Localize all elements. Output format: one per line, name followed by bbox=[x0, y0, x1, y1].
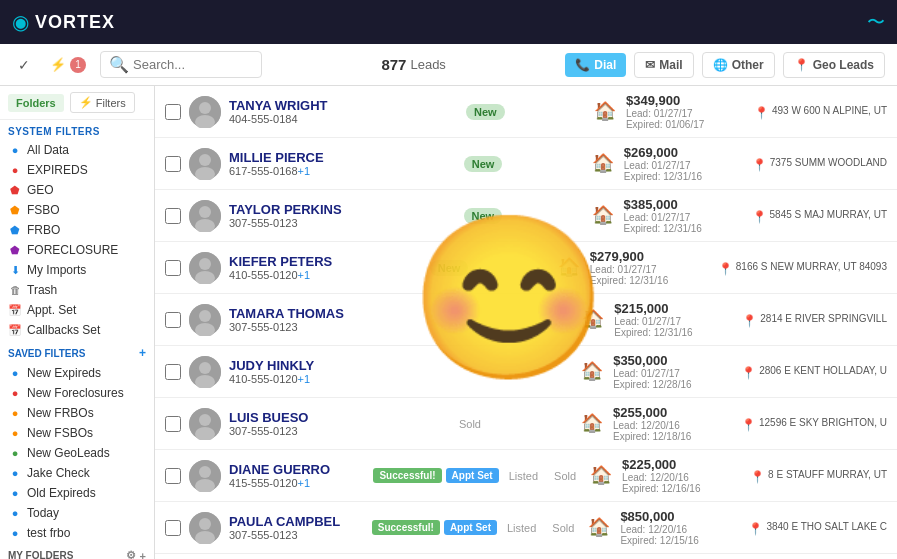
sidebar-item[interactable]: ● New Foreclosures bbox=[0, 383, 154, 403]
sidebar-item[interactable]: 📅 Callbacks Set bbox=[0, 320, 154, 340]
lead-dates: Lead: 01/27/17Expired: 12/28/16 bbox=[613, 368, 733, 390]
dial-button[interactable]: 📞 Dial bbox=[565, 53, 626, 77]
filter-funnel-icon: ⚡ bbox=[79, 96, 93, 109]
sidebar-item[interactable]: ● test frbo bbox=[0, 523, 154, 543]
table-row[interactable]: CEL MARTINEZ 410-555-0120+1 Successful! … bbox=[155, 554, 897, 559]
lead-phone: 617-555-0168+1 bbox=[229, 165, 456, 177]
sidebar-item[interactable]: ⬟ FRBO bbox=[0, 220, 154, 240]
table-row[interactable]: JUDY HINKLY 410-555-0120+1 🏠 $350,000 Le… bbox=[155, 346, 897, 398]
lead-price-info: $225,000 Lead: 12/20/16Expired: 12/16/16 bbox=[622, 457, 742, 494]
logo[interactable]: ◉ VORTEX bbox=[12, 10, 115, 34]
lead-name: MILLIE PIERCE bbox=[229, 150, 456, 165]
sidebar-item[interactable]: ● Jake Check bbox=[0, 463, 154, 483]
table-row[interactable]: LUIS BUESO 307-555-0123 Sold 🏠 $255,000 … bbox=[155, 398, 897, 450]
home-type-icon: 🏠 bbox=[588, 516, 612, 540]
main: Folders ⚡ Filters SYSTEM FILTERS ● All D… bbox=[0, 86, 897, 559]
mail-button[interactable]: ✉ Mail bbox=[634, 52, 693, 78]
location-text: 2814 E RIVER SPRINGVILL bbox=[760, 312, 887, 326]
lead-name: TANYA WRIGHT bbox=[229, 98, 458, 113]
all-data-icon: ● bbox=[8, 144, 22, 156]
callbacks-icon: 📅 bbox=[8, 324, 22, 337]
check-button[interactable]: ✓ bbox=[12, 53, 36, 77]
table-row[interactable]: TANYA WRIGHT 404-555-0184 New 🏠 $349,900… bbox=[155, 86, 897, 138]
svg-point-13 bbox=[199, 310, 211, 322]
filter-button[interactable]: ⚡ 1 bbox=[44, 53, 92, 77]
lead-status: New bbox=[430, 260, 550, 276]
geo-filter-icon: ⬟ bbox=[8, 184, 22, 197]
table-row[interactable]: TAYLOR PERKINS 307-555-0123 New 🏠 $385,0… bbox=[155, 190, 897, 242]
avatar bbox=[189, 96, 221, 128]
lead-name: TAYLOR PERKINS bbox=[229, 202, 456, 217]
lead-dates: Lead: 01/27/17Expired: 12/31/16 bbox=[624, 212, 744, 234]
sidebar-item[interactable]: ⬟ FSBO bbox=[0, 200, 154, 220]
table-row[interactable]: DIANE GUERRO 415-555-0120+1 Successful! … bbox=[155, 450, 897, 502]
table-row[interactable]: PAULA CAMPBEL 307-555-0123 Successful! A… bbox=[155, 502, 897, 554]
home-type-icon: 🏠 bbox=[558, 256, 582, 280]
table-row[interactable]: KIEFER PETERS 410-555-0120+1 New 🏠 $279,… bbox=[155, 242, 897, 294]
sidebar-item[interactable]: 🗑 Trash bbox=[0, 280, 154, 300]
lead-checkbox[interactable] bbox=[165, 312, 181, 328]
svg-point-25 bbox=[199, 518, 211, 530]
sidebar-item[interactable]: ● Today bbox=[0, 503, 154, 523]
successful-badge: Successful! bbox=[372, 520, 440, 535]
imports-icon: ⬇ bbox=[8, 264, 22, 277]
sidebar-item[interactable]: ● All Data bbox=[0, 140, 154, 160]
svg-point-19 bbox=[199, 414, 211, 426]
search-icon: 🔍 bbox=[109, 55, 129, 74]
lead-checkbox[interactable] bbox=[165, 104, 181, 120]
other-button[interactable]: 🌐 Other bbox=[702, 52, 775, 78]
mail-icon: ✉ bbox=[645, 58, 655, 72]
svg-point-22 bbox=[199, 466, 211, 478]
add-folder-icon[interactable]: + bbox=[140, 550, 146, 560]
frbo-icon: ⬟ bbox=[8, 224, 22, 237]
sidebar-item[interactable]: ● New GeoLeads bbox=[0, 443, 154, 463]
lead-checkbox[interactable] bbox=[165, 468, 181, 484]
lead-phone: 307-555-0123 bbox=[229, 321, 446, 333]
sidebar-item[interactable]: ● EXPIREDS bbox=[0, 160, 154, 180]
appt-badge: Appt Set bbox=[446, 468, 499, 483]
table-row[interactable]: TAMARA THOMAS 307-555-0123 🏠 $215,000 Le… bbox=[155, 294, 897, 346]
location-pin-icon: 📍 bbox=[718, 262, 733, 276]
lead-checkbox[interactable] bbox=[165, 364, 181, 380]
lead-checkbox[interactable] bbox=[165, 520, 181, 536]
lead-price-info: $279,900 Lead: 01/27/17Expired: 12/31/16 bbox=[590, 249, 710, 286]
sidebar-item[interactable]: 📅 Appt. Set bbox=[0, 300, 154, 320]
lead-price-info: $350,000 Lead: 01/27/17Expired: 12/28/16 bbox=[613, 353, 733, 390]
folder-settings-icon[interactable]: ⚙ bbox=[126, 549, 136, 559]
search-box[interactable]: 🔍 bbox=[100, 51, 262, 78]
toolbar-center: 877 Leads bbox=[270, 56, 557, 73]
filters-tab[interactable]: ⚡ Filters bbox=[70, 92, 135, 113]
sidebar-item[interactable]: ● New Expireds bbox=[0, 363, 154, 383]
avatar bbox=[189, 252, 221, 284]
lead-checkbox[interactable] bbox=[165, 156, 181, 172]
logo-text: VORTEX bbox=[35, 12, 115, 33]
toolbar: ✓ ⚡ 1 🔍 877 Leads 📞 Dial ✉ Mail 🌐 Other … bbox=[0, 44, 897, 86]
lead-dates: Lead: 12/20/16Expired: 12/18/16 bbox=[613, 420, 733, 442]
table-row[interactable]: MILLIE PIERCE 617-555-0168+1 New 🏠 $269,… bbox=[155, 138, 897, 190]
lead-checkbox[interactable] bbox=[165, 208, 181, 224]
lead-location: 📍 8166 S NEW MURRAY, UT 84093 bbox=[718, 260, 887, 276]
sidebar-item[interactable]: ⬟ FORECLOSURE bbox=[0, 240, 154, 260]
lead-phone: 307-555-0123 bbox=[229, 529, 364, 541]
sidebar-item[interactable]: ⬟ GEO bbox=[0, 180, 154, 200]
search-input[interactable] bbox=[133, 57, 253, 72]
lead-checkbox[interactable] bbox=[165, 416, 181, 432]
folders-tab[interactable]: Folders bbox=[8, 94, 64, 112]
add-saved-filter-icon[interactable]: + bbox=[139, 346, 146, 360]
sidebar-item[interactable]: ● Old Expireds bbox=[0, 483, 154, 503]
sidebar-item[interactable]: ⬇ My Imports bbox=[0, 260, 154, 280]
lead-status: New bbox=[466, 104, 586, 120]
geo-leads-button[interactable]: 📍 Geo Leads bbox=[783, 52, 885, 78]
lead-status: Successful! Appt Set Listed Sold bbox=[372, 520, 581, 536]
filter-icon: ⚡ bbox=[50, 57, 66, 72]
sidebar-item[interactable]: ● New FRBOs bbox=[0, 403, 154, 423]
sidebar-item[interactable]: ● New FSBOs bbox=[0, 423, 154, 443]
location-text: 3840 E THO SALT LAKE C bbox=[766, 520, 887, 534]
lead-checkbox[interactable] bbox=[165, 260, 181, 276]
lead-phone: 410-555-0120+1 bbox=[229, 373, 445, 385]
lead-dates: Lead: 12/20/16Expired: 12/15/16 bbox=[620, 524, 740, 546]
svg-point-7 bbox=[199, 206, 211, 218]
lead-price: $349,900 bbox=[626, 93, 746, 108]
lead-status: New bbox=[464, 208, 584, 224]
avatar bbox=[189, 356, 221, 388]
